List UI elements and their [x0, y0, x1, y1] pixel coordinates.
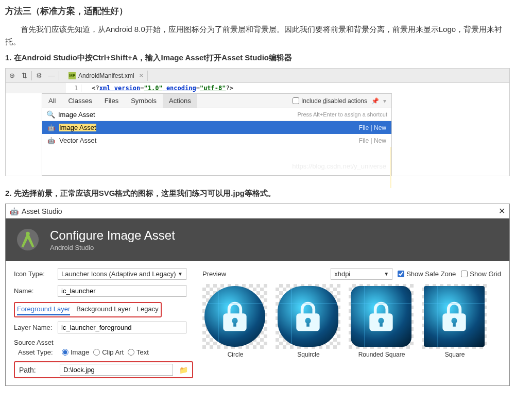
- ide-toolbar: ⊕ ⇅ ⚙ — MF AndroidManifest.xml ✕: [6, 69, 509, 83]
- layer-tabs: Foreground Layer Background Layer Legacy: [14, 302, 162, 317]
- safe-zone-checkbox[interactable]: Show Safe Zone: [398, 270, 456, 278]
- close-icon[interactable]: ✕: [499, 206, 505, 216]
- result-location: File | New: [359, 137, 386, 144]
- browse-icon[interactable]: 📁: [177, 366, 190, 374]
- intro-text: 首先我们应该先知道，从Android 8.0开始，应用图标分为了前景层和背景层。…: [5, 23, 510, 48]
- tab-files[interactable]: Files: [98, 94, 125, 108]
- asset-studio-dialog: 🤖 Asset Studio ✕ Configure Image Asset A…: [5, 204, 510, 386]
- preview-density-select[interactable]: xhdpi▼: [331, 268, 392, 280]
- dash-icon[interactable]: —: [45, 70, 58, 82]
- layer-name-label: Layer Name:: [14, 324, 58, 331]
- manifest-icon: MF: [68, 72, 76, 79]
- result-image-asset[interactable]: 🤖 Image Asset File | New: [42, 121, 391, 134]
- preview-square: Square: [422, 284, 488, 358]
- file-tab-label: AndroidManifest.xml: [78, 72, 134, 79]
- icon-type-label: Icon Type:: [14, 270, 58, 278]
- watermark: https://blog.csdn.net/y_universe: [42, 147, 391, 175]
- dialog-header-subtitle: Android Studio: [50, 244, 175, 251]
- preview-label: Preview: [202, 270, 226, 278]
- source-asset-label: Source Asset: [14, 339, 194, 346]
- search-input[interactable]: [58, 111, 297, 119]
- screenshot-search-popup: ⊕ ⇅ ⚙ — MF AndroidManifest.xml ✕ 1 <?xml…: [5, 68, 510, 176]
- show-grid-checkbox[interactable]: Show Grid: [461, 270, 501, 278]
- gear-icon[interactable]: ⚙: [33, 70, 45, 82]
- code-line: 1 <?xml version="1.0" encoding="utf-8"?>: [66, 83, 509, 93]
- shortcut-hint: Press Alt+Enter to assign a shortcut: [297, 111, 387, 117]
- updown-icon[interactable]: ⇅: [18, 70, 30, 82]
- dialog-header-title: Configure Image Asset: [50, 228, 175, 243]
- android-icon: 🤖: [47, 124, 55, 131]
- filter-icon[interactable]: ▾: [383, 97, 386, 105]
- radio-text[interactable]: Text: [128, 348, 149, 356]
- include-disabled-checkbox[interactable]: Include disabled actions: [293, 97, 367, 105]
- radio-image[interactable]: Image: [62, 348, 89, 356]
- path-input[interactable]: [60, 364, 173, 376]
- divider: [31, 71, 32, 80]
- close-icon[interactable]: ✕: [139, 73, 143, 78]
- path-label: Path:: [17, 366, 56, 374]
- name-input[interactable]: [58, 285, 186, 297]
- tab-all[interactable]: All: [42, 94, 62, 108]
- preview-squircle: Squircle: [276, 284, 341, 358]
- tab-legacy[interactable]: Legacy: [137, 304, 159, 315]
- tab-classes[interactable]: Classes: [62, 94, 98, 108]
- step2-text: 2. 先选择前景，正常应该用SVG格式的图标，这里我们练习可以用.jpg等格式。: [5, 189, 510, 198]
- chevron-down-icon: ▼: [178, 271, 183, 277]
- preview-rounded-square: Rounded Square: [349, 284, 415, 358]
- icon-type-select[interactable]: Launcher Icons (Adaptive and Legacy)▼: [58, 268, 186, 280]
- result-location: File | New: [359, 124, 386, 131]
- preview-circle: Circle: [202, 284, 268, 358]
- tab-foreground-layer[interactable]: Foreground Layer: [17, 304, 70, 315]
- globe-icon[interactable]: ⊕: [6, 70, 18, 82]
- asset-type-label: Asset Type:: [14, 348, 58, 356]
- name-label: Name:: [14, 287, 58, 295]
- tab-symbols[interactable]: Symbols: [125, 94, 163, 108]
- step1-text: 1. 在Android Studio中按Ctrl+Shift+A，输入Image…: [5, 53, 510, 63]
- result-label: Vector Asset: [59, 137, 96, 144]
- tab-actions[interactable]: Actions: [163, 94, 197, 108]
- search-icon: 🔍: [46, 110, 55, 119]
- android-icon: 🤖: [47, 137, 55, 144]
- file-tab[interactable]: MF AndroidManifest.xml ✕: [64, 71, 148, 81]
- android-icon: 🤖: [10, 207, 19, 215]
- chevron-down-icon: ▼: [384, 271, 389, 277]
- radio-clipart[interactable]: Clip Art: [93, 348, 124, 356]
- android-studio-logo-icon: [16, 228, 40, 251]
- result-label: Image Asset: [59, 124, 96, 131]
- search-popup: All Classes Files Symbols Actions Includ…: [42, 93, 392, 176]
- method-heading: 方法三（标准方案，适配性好）: [5, 5, 510, 17]
- divider: [59, 71, 59, 80]
- tab-background-layer[interactable]: Background Layer: [76, 304, 131, 315]
- result-vector-asset[interactable]: 🤖 Vector Asset File | New: [42, 134, 391, 147]
- pin-icon[interactable]: 📌: [371, 97, 379, 105]
- layer-name-input[interactable]: [58, 322, 186, 333]
- dialog-title: Asset Studio: [22, 207, 62, 215]
